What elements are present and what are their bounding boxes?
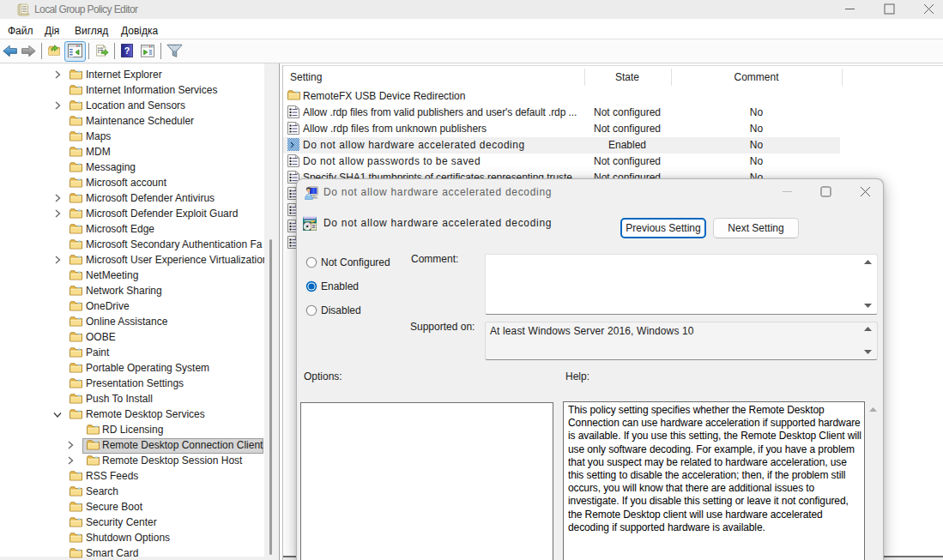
- svg-text:?: ?: [124, 45, 130, 56]
